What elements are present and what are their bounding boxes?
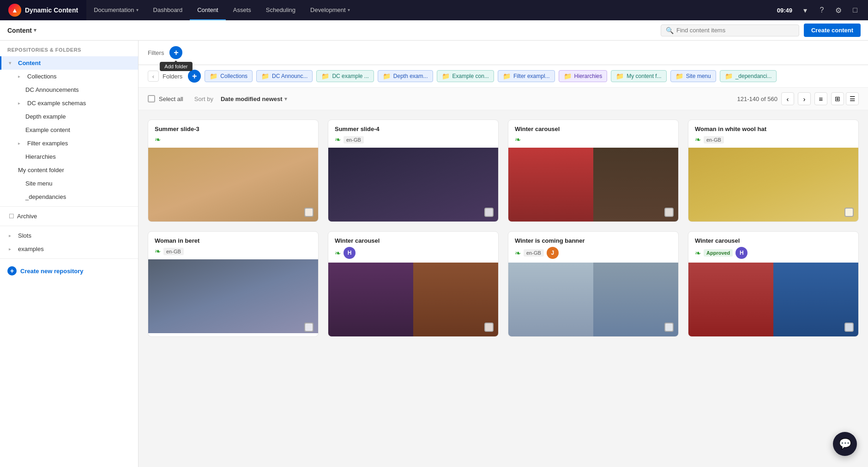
- folder-icon: 📁: [321, 72, 329, 80]
- card-checkbox[interactable]: [484, 323, 494, 332]
- sidebar-item-dc-announcements[interactable]: DC Announcements: [0, 83, 138, 96]
- folder-chip-dc-announcements[interactable]: 📁 DC Announc...: [256, 70, 313, 82]
- chat-bubble-button[interactable]: 💬: [833, 432, 857, 456]
- sidebar-item-dc-example-schemas[interactable]: ▸ DC example schemas: [0, 96, 138, 110]
- sidebar-item-label: Site menu: [25, 180, 53, 187]
- sidebar-item-label: Collections: [27, 73, 57, 80]
- app-logo[interactable]: ▲ Dynamic Content: [0, 0, 86, 20]
- folder-chip-depth-example[interactable]: 📁 Depth exam...: [378, 70, 433, 82]
- prev-page-button[interactable]: ‹: [781, 92, 794, 105]
- nav-scheduling[interactable]: Scheduling: [259, 0, 303, 20]
- folder-chip-dc-example[interactable]: 📁 DC example ...: [316, 70, 374, 82]
- create-content-button[interactable]: Create content: [804, 24, 861, 37]
- card-meta: ❧ H: [335, 247, 492, 259]
- search-input[interactable]: [676, 27, 794, 34]
- sidebar-item-site-menu[interactable]: Site menu: [0, 177, 138, 190]
- pagination: 121-140 of 560 ‹ › ≡ ⊞ ☰: [737, 92, 859, 105]
- card-meta: ❧ en-GB: [155, 247, 312, 256]
- sidebar-item-content[interactable]: ▾ Content: [0, 56, 138, 70]
- add-folder-in-row-button[interactable]: +: [188, 70, 201, 83]
- card-checkbox[interactable]: [484, 208, 494, 217]
- logo-icon: ▲: [8, 4, 21, 17]
- folder-chip-dependancies[interactable]: 📁 _dependanci...: [720, 70, 777, 82]
- card-title: Woman in beret: [155, 237, 312, 244]
- list-view-button[interactable]: ☰: [846, 92, 859, 105]
- sidebar-item-archive[interactable]: ☐ Archive: [0, 210, 138, 223]
- card-winter-carousel-1[interactable]: Winter carousel ❧: [508, 120, 679, 222]
- card-summer-slide-4[interactable]: Summer slide-4 ❧ en-GB: [328, 120, 499, 222]
- create-new-repository-button[interactable]: + Create new repository: [0, 262, 138, 280]
- sidebar-item-my-content-folder[interactable]: My content folder: [0, 163, 138, 177]
- card-checkbox[interactable]: [844, 323, 854, 332]
- sidebar-item-dependancies[interactable]: _dependancies: [0, 190, 138, 204]
- card-title: Summer slide-3: [155, 126, 312, 132]
- card-checkbox[interactable]: [304, 208, 313, 217]
- view-toggle: ⊞ ☰: [831, 92, 859, 105]
- sidebar-item-label: Archive: [17, 213, 37, 220]
- avatar: H: [344, 247, 356, 259]
- card-woman-white-hat[interactable]: Woman in white wool hat ❧ en-GB: [688, 120, 859, 222]
- sidebar-item-label: Content: [18, 60, 41, 66]
- folder-chip-label: Example con...: [452, 73, 489, 79]
- card-image: [328, 263, 498, 336]
- card-meta: ❧ en-GB J: [515, 247, 672, 259]
- sidebar-item-filter-examples[interactable]: ▸ Filter examples: [0, 137, 138, 150]
- sidebar-item-hierarchies[interactable]: Hierarchies: [0, 150, 138, 163]
- sidebar-item-label: My content folder: [18, 167, 64, 174]
- nav-dashboard[interactable]: Dashboard: [146, 0, 190, 20]
- select-all-checkbox[interactable]: [148, 95, 155, 102]
- folder-chip-my-content[interactable]: 📁 My content f...: [611, 70, 666, 82]
- nav-content[interactable]: Content: [190, 0, 226, 20]
- folder-chip-filter-examples[interactable]: 📁 Filter exampl...: [498, 70, 555, 82]
- next-page-button[interactable]: ›: [798, 92, 811, 105]
- card-woman-beret[interactable]: Woman in beret ❧ en-GB: [148, 231, 319, 337]
- nav-chevron-btn[interactable]: ▾: [798, 3, 813, 18]
- card-checkbox[interactable]: [844, 208, 854, 217]
- folder-chip-collections[interactable]: 📁 Collections: [205, 70, 253, 82]
- card-image: [328, 148, 498, 222]
- select-all-button[interactable]: Select all: [148, 95, 183, 102]
- sidebar-item-example-content[interactable]: Example content: [0, 123, 138, 137]
- folder-chip-site-menu[interactable]: 📁 Site menu: [670, 70, 716, 82]
- sidebar-item-label: Filter examples: [27, 140, 68, 147]
- card-header: Woman in beret ❧ en-GB: [148, 232, 318, 259]
- card-grid: Summer slide-3 ❧ Summer slide-4 ❧ en-GB: [139, 110, 868, 346]
- card-checkbox[interactable]: [304, 323, 313, 332]
- sidebar-item-slots[interactable]: ▸ Slots: [0, 229, 138, 242]
- sort-select-button[interactable]: Date modified newest ▾: [221, 96, 287, 102]
- filter-options-button[interactable]: ≡: [814, 92, 827, 105]
- folder-chip-label: Filter exampl...: [513, 73, 550, 79]
- sidebar-item-collections[interactable]: ▸ Collections: [0, 70, 138, 83]
- card-title: Summer slide-4: [335, 126, 492, 132]
- nav-documentation[interactable]: Documentation ▾: [86, 0, 145, 20]
- folder-chip-hierarchies[interactable]: 📁 Hierarchies: [559, 70, 608, 82]
- card-winter-carousel-2[interactable]: Winter carousel ❧ H: [328, 231, 499, 337]
- folder-chip-label: Site menu: [686, 73, 711, 79]
- nav-development[interactable]: Development ▾: [303, 0, 357, 20]
- help-icon[interactable]: ?: [814, 3, 829, 18]
- card-checkbox[interactable]: [664, 208, 674, 217]
- card-winter-coming-banner[interactable]: Winter is coming banner ❧ en-GB J: [508, 231, 679, 337]
- scroll-left-btn[interactable]: ‹: [148, 71, 159, 82]
- folders-label: Folders: [163, 73, 182, 80]
- card-title: Winter carousel: [515, 126, 672, 132]
- select-all-label: Select all: [159, 96, 183, 102]
- chevron-right-icon: ▸: [9, 246, 14, 251]
- content-status-icon: ❧: [155, 135, 161, 144]
- nav-assets[interactable]: Assets: [226, 0, 259, 20]
- card-checkbox[interactable]: [664, 323, 674, 332]
- content-bar-title[interactable]: Content ▾: [7, 27, 36, 34]
- card-summer-slide-3[interactable]: Summer slide-3 ❧: [148, 120, 319, 222]
- user-icon[interactable]: □: [848, 3, 862, 18]
- sidebar-item-label: examples: [18, 245, 44, 252]
- settings-icon[interactable]: ⚙: [831, 3, 846, 18]
- sidebar-item-depth-example[interactable]: Depth example: [0, 110, 138, 123]
- caret-icon: ▾: [34, 27, 36, 33]
- grid-view-button[interactable]: ⊞: [831, 92, 844, 105]
- folder-icon: 📁: [261, 72, 269, 80]
- sidebar-item-examples[interactable]: ▸ examples: [0, 242, 138, 256]
- add-folder-button[interactable]: +: [169, 46, 182, 59]
- chevron-right-icon: ▸: [18, 141, 24, 146]
- card-winter-carousel-approved[interactable]: Winter carousel ❧ Approved H: [688, 231, 859, 337]
- folder-chip-example-content[interactable]: 📁 Example con...: [437, 70, 494, 82]
